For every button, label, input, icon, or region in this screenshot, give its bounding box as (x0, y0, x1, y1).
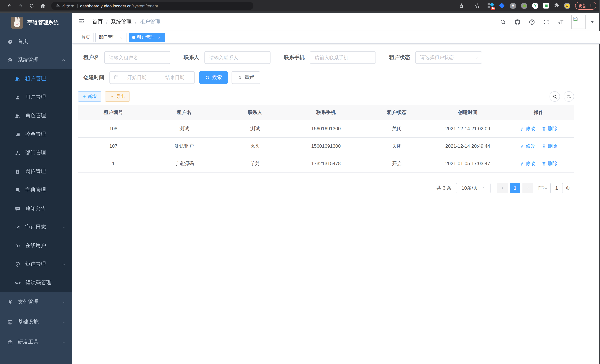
extension-tampermonkey-icon[interactable]: 10 (488, 3, 494, 9)
gear-icon (7, 57, 13, 63)
url-host: dashboard.yudao.iocoder.cn (80, 3, 131, 8)
omnibox-divider (77, 3, 77, 8)
pencil-icon (520, 144, 524, 148)
logo-rabbit-image (11, 17, 23, 28)
phone-label: 联系手机 (284, 54, 305, 61)
tenant-name-input[interactable] (104, 51, 170, 64)
home-icon[interactable] (37, 1, 48, 10)
sidebar-item-payment[interactable]: ¥ 支付管理 (0, 292, 72, 312)
close-icon[interactable]: × (157, 35, 162, 40)
github-icon[interactable] (514, 18, 521, 26)
close-icon[interactable]: × (118, 35, 123, 40)
delete-button[interactable]: 删除 (542, 160, 558, 167)
prev-page-button[interactable] (497, 183, 508, 193)
refresh-icon (237, 75, 242, 80)
sidebar-item-infra[interactable]: 基础设施 (0, 312, 72, 332)
sidebar-toggle-icon[interactable] (78, 18, 86, 26)
trash-icon (542, 126, 546, 131)
forward-icon[interactable] (15, 1, 26, 10)
goto-label: 前往 (538, 185, 548, 191)
sidebar-item-tenant[interactable]: 租户管理 (0, 69, 72, 88)
dashboard-icon (7, 39, 13, 44)
date-end-placeholder: 结束日期 (159, 74, 191, 81)
reset-button[interactable]: 重置 (232, 71, 260, 84)
search-icon[interactable] (499, 18, 506, 26)
status-text: 开启 (361, 155, 432, 172)
chevron-down-icon (480, 185, 485, 191)
current-page-button[interactable]: 1 (510, 183, 520, 193)
sidebar-item-audit-log[interactable]: 审计日志 (0, 218, 72, 236)
col-contact: 联系人 (220, 105, 291, 120)
profile-avatar-icon[interactable] (564, 3, 570, 9)
sidebar-item-menu[interactable]: 菜单管理 (0, 125, 72, 144)
sidebar-item-sms[interactable]: 短信管理 (0, 255, 72, 273)
contact-label: 联系人 (184, 54, 199, 61)
sidebar-item-home[interactable]: 首页 (0, 32, 72, 51)
share-icon[interactable] (456, 1, 467, 10)
date-start-placeholder: 开始日期 (121, 74, 153, 81)
extensions-puzzle-icon[interactable] (554, 2, 559, 9)
extension-chat-icon[interactable] (543, 3, 549, 9)
bookmark-star-icon[interactable] (472, 1, 483, 10)
avatar-dropdown-caret[interactable] (590, 21, 594, 23)
breadcrumb-current: 租户管理 (140, 19, 161, 25)
status-select[interactable]: 请选择租户状态 (415, 51, 482, 64)
table-row: 108 测试 测试 15601691300 关闭 2021-12-14 21:0… (78, 120, 574, 137)
pagination-total: 共 3 条 (437, 185, 451, 191)
extension-gem-icon[interactable] (499, 3, 505, 9)
sidebar-item-online-users[interactable]: 在线用户 (0, 236, 72, 255)
user-avatar[interactable] (572, 15, 586, 29)
users-icon (15, 76, 20, 82)
sidebar-item-dept[interactable]: 部门管理 (0, 144, 72, 162)
extension-green-dot-icon[interactable] (521, 3, 527, 9)
contact-input[interactable] (205, 51, 271, 64)
edit-button[interactable]: 修改 (520, 143, 535, 149)
fullscreen-icon[interactable] (543, 18, 550, 26)
active-tab-dot (132, 36, 135, 39)
delete-button[interactable]: 删除 (542, 143, 558, 149)
date-range-picker[interactable]: 开始日期 - 结束日期 (110, 71, 195, 84)
search-button[interactable]: 搜索 (199, 71, 228, 84)
edit-log-icon (15, 224, 20, 230)
table-refresh-button[interactable] (564, 91, 574, 102)
breadcrumb-system[interactable]: 系统管理 (111, 19, 132, 25)
sidebar-logo[interactable]: 芋道管理系统 (0, 13, 72, 32)
chevron-left-icon (500, 186, 505, 190)
table-header-row: 租户编号 租户名 联系人 联系手机 租户状态 创建时间 操作 (78, 105, 574, 120)
breadcrumb-home[interactable]: 首页 (92, 19, 103, 25)
extension-yuque-icon[interactable]: Y (532, 3, 538, 9)
phone-input[interactable] (310, 51, 376, 64)
next-page-button[interactable] (523, 183, 533, 193)
chrome-update-button[interactable]: 更新 ⋮ (575, 2, 596, 10)
extension-command-icon[interactable]: ⌘ (510, 3, 516, 9)
sidebar-item-system[interactable]: 系统管理 (0, 51, 72, 69)
sidebar-item-dict[interactable]: 字典管理 (0, 181, 72, 199)
chevron-down-icon (62, 320, 66, 324)
back-icon[interactable] (4, 1, 15, 10)
tab-home[interactable]: 首页 (78, 32, 94, 42)
edit-button[interactable]: 修改 (520, 125, 535, 132)
chevron-down-icon (62, 340, 66, 344)
sidebar-item-notice[interactable]: 通知公告 (0, 199, 72, 218)
help-icon[interactable] (528, 18, 535, 26)
address-bar[interactable]: 不安全 dashboard.yudao.iocoder.cn/system/te… (51, 2, 253, 10)
add-button[interactable]: + 新增 (78, 91, 101, 102)
delete-button[interactable]: 删除 (542, 125, 558, 132)
goto-page-input[interactable] (550, 183, 563, 193)
sidebar-item-role[interactable]: 角色管理 (0, 106, 72, 125)
sidebar-item-user[interactable]: 用户管理 (0, 88, 72, 106)
sidebar-item-error-code[interactable]: </> 错误码管理 (0, 273, 72, 292)
tab-tenant[interactable]: 租户管理 × (129, 32, 165, 42)
reload-icon[interactable] (26, 1, 37, 10)
sidebar-item-dev-tools[interactable]: 研发工具 (0, 332, 72, 352)
edit-button[interactable]: 修改 (520, 160, 535, 167)
tab-dept[interactable]: 部门管理 × (95, 32, 127, 42)
search-icon (205, 75, 210, 80)
table-search-toggle-button[interactable] (550, 91, 560, 102)
sidebar-item-post[interactable]: 岗位管理 (0, 162, 72, 181)
export-button[interactable]: 导出 (105, 91, 130, 102)
page-size-select[interactable]: 10条/页 (456, 183, 490, 193)
dictionary-icon (15, 187, 20, 193)
trash-icon (542, 161, 546, 166)
font-size-icon[interactable] (557, 18, 564, 26)
